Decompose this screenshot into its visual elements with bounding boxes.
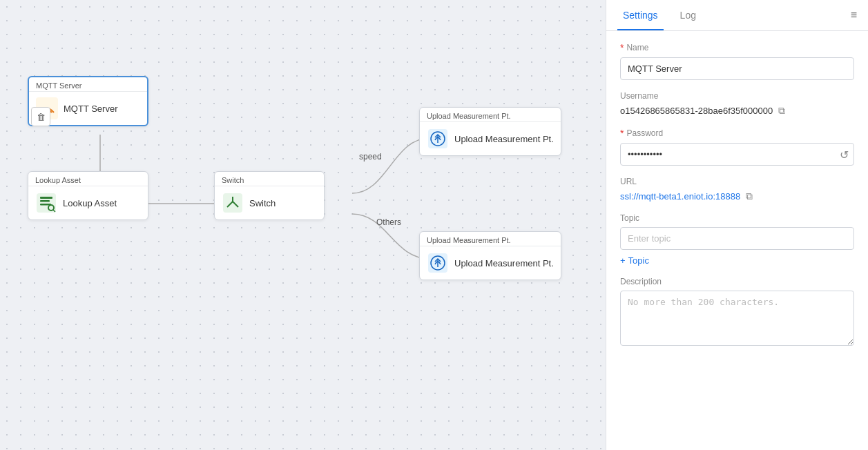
password-row: ↺	[620, 143, 854, 166]
lookup-node-header: Lookup Asset	[28, 172, 148, 186]
upload1-node[interactable]: Upload Measurement Pt. Upload Measuremen…	[419, 107, 561, 156]
url-field-group: URL ssl://mqtt-beta1.eniot.io:18888 ⧉	[620, 177, 854, 202]
description-label: Description	[620, 277, 854, 286]
upload1-node-label: Upload Measurement Pt.	[454, 134, 554, 144]
tab-log[interactable]: Log	[675, 0, 702, 30]
password-label: * Password	[620, 128, 854, 139]
password-input[interactable]	[620, 143, 854, 166]
upload1-node-header: Upload Measurement Pt.	[420, 108, 561, 122]
lookup-icon	[35, 192, 57, 214]
mqtt-node-label: MQTT Server	[64, 104, 118, 114]
name-input[interactable]	[620, 57, 854, 80]
upload2-node[interactable]: Upload Measurement Pt. Upload Measuremen…	[419, 231, 561, 280]
switch-icon	[222, 192, 244, 214]
description-field-group: Description	[620, 277, 854, 349]
topic-input[interactable]	[620, 227, 854, 250]
switch-node-label: Switch	[249, 198, 276, 208]
url-label: URL	[620, 177, 854, 186]
add-topic-button[interactable]: + Topic	[620, 255, 854, 266]
connections-svg	[0, 0, 606, 450]
password-required-mark: *	[620, 128, 624, 139]
tabs-bar: Settings Log ≡	[606, 0, 868, 31]
form-area: * Name Username o15426865865831-28bae6f3…	[606, 31, 868, 450]
name-label: * Name	[620, 42, 854, 53]
speed-label: speed	[359, 152, 382, 162]
description-textarea[interactable]	[620, 291, 854, 346]
delete-button[interactable]: 🗑	[31, 107, 50, 126]
username-label: Username	[620, 91, 854, 101]
others-label: Others	[376, 217, 401, 227]
name-field-group: * Name	[620, 42, 854, 80]
tab-settings[interactable]: Settings	[617, 0, 664, 30]
lookup-node[interactable]: Lookup Asset Lookup Asset	[28, 171, 148, 220]
refresh-icon[interactable]: ↺	[840, 148, 849, 161]
username-value-row: o15426865865831-28bae6f35f000000 ⧉	[620, 105, 854, 117]
upload1-icon	[427, 128, 449, 150]
name-required-mark: *	[620, 42, 624, 53]
svg-rect-10	[223, 193, 242, 213]
tabs-menu-icon[interactable]: ≡	[851, 9, 857, 21]
upload2-icon	[427, 252, 449, 274]
url-value-row: ssl://mqtt-beta1.eniot.io:18888 ⧉	[620, 190, 854, 202]
canvas-area: MQTT Server MQTT Server 🗑 Lookup Asset	[0, 0, 606, 450]
upload2-node-label: Upload Measurement Pt.	[454, 258, 554, 268]
password-field-group: * Password ↺	[620, 128, 854, 166]
lookup-node-label: Lookup Asset	[63, 198, 117, 208]
url-value: ssl://mqtt-beta1.eniot.io:18888	[620, 191, 740, 202]
svg-rect-6	[40, 200, 50, 202]
topic-label: Topic	[620, 213, 854, 223]
url-copy-icon[interactable]: ⧉	[746, 190, 753, 202]
username-field-group: Username o15426865865831-28bae6f35f00000…	[620, 91, 854, 117]
switch-node-header: Switch	[215, 172, 324, 186]
username-copy-icon[interactable]: ⧉	[778, 105, 785, 117]
side-panel: Settings Log ≡ * Name Username o15426865…	[606, 0, 868, 450]
svg-rect-5	[40, 197, 52, 199]
mqtt-node-header: MQTT Server	[29, 77, 147, 92]
topic-field-group: Topic + Topic	[620, 213, 854, 266]
add-topic-label: Topic	[628, 255, 649, 266]
username-value: o15426865865831-28bae6f35f000000	[620, 106, 773, 116]
switch-node[interactable]: Switch Switch	[214, 171, 325, 220]
plus-icon: +	[620, 255, 626, 266]
trash-icon: 🗑	[37, 112, 46, 122]
upload2-node-header: Upload Measurement Pt.	[420, 232, 561, 246]
